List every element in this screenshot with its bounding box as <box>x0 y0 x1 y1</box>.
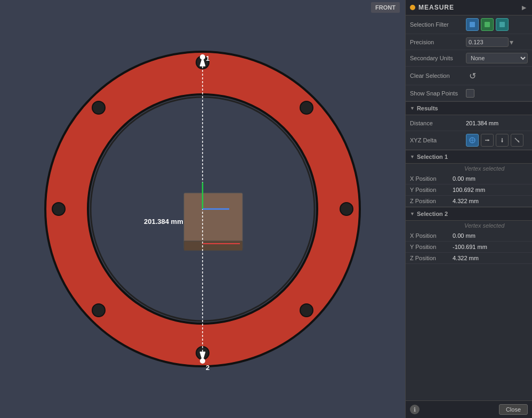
results-arrow: ▼ <box>410 106 415 111</box>
clear-selection-button[interactable]: ↺ <box>466 69 479 82</box>
xyz-delta-buttons <box>466 134 523 147</box>
svg-point-4 <box>300 101 313 114</box>
precision-label: Precision <box>410 39 466 45</box>
svg-rect-11 <box>184 193 243 249</box>
secondary-units-select[interactable]: None mm cm in <box>466 53 528 63</box>
selection1-y-label: Y Position <box>410 187 453 193</box>
selection2-section-label: Selection 2 <box>417 211 448 217</box>
svg-rect-24 <box>485 22 490 27</box>
svg-marker-30 <box>488 139 489 141</box>
selection1-x-row: X Position 0.00 mm <box>406 173 532 184</box>
snap-points-checkbox[interactable] <box>466 89 474 98</box>
selection1-section-header: ▼ Selection 1 <box>406 150 532 164</box>
selection2-z-row: Z Position 4.322 mm <box>406 253 532 264</box>
view-label: FRONT <box>371 2 400 13</box>
xyz-delta-btn-z[interactable] <box>511 134 523 147</box>
precision-input[interactable] <box>466 37 509 47</box>
selection2-section-header: ▼ Selection 2 <box>406 207 532 221</box>
filter-btn-2[interactable] <box>481 18 494 31</box>
svg-rect-23 <box>470 22 475 27</box>
clear-selection-label: Clear Selection <box>410 73 466 79</box>
selection2-x-label: X Position <box>410 232 453 239</box>
ring-geometry: 1 2 <box>27 33 378 385</box>
xyz-delta-label: XYZ Delta <box>410 137 466 143</box>
svg-point-19 <box>200 358 205 364</box>
selection-filter-row: Selection Filter <box>406 15 532 34</box>
selection2-vertex-label: Vertex selected <box>406 221 532 230</box>
panel-status-dot <box>410 5 415 10</box>
selection2-z-label: Z Position <box>410 255 453 261</box>
secondary-units-label: Secondary Units <box>410 55 466 61</box>
svg-point-9 <box>52 203 65 215</box>
xyz-delta-btn-y[interactable] <box>496 134 509 147</box>
selection1-y-row: Y Position 100.692 mm <box>406 184 532 196</box>
selection1-section-label: Selection 1 <box>417 154 448 160</box>
selection-filter-label: Selection Filter <box>410 21 466 28</box>
filter-btn-3[interactable] <box>496 18 509 31</box>
selection2-y-row: Y Position -100.691 mm <box>406 242 532 253</box>
results-section-header: ▼ Results <box>406 101 532 115</box>
selection2-z-value: 4.322 mm <box>453 255 479 261</box>
selection2-x-row: X Position 0.00 mm <box>406 230 532 242</box>
close-button[interactable]: Close <box>499 404 528 415</box>
results-section-label: Results <box>417 105 438 111</box>
show-snap-points-label: Show Snap Points <box>410 90 466 97</box>
panel-expand-icon[interactable]: ► <box>520 3 528 12</box>
svg-rect-12 <box>184 241 243 251</box>
svg-rect-25 <box>499 22 505 27</box>
svg-point-10 <box>92 101 105 114</box>
selection1-arrow: ▼ <box>410 154 415 159</box>
selection1-y-value: 100.692 mm <box>453 187 485 193</box>
info-icon[interactable]: ℹ <box>410 405 420 414</box>
3d-viewport[interactable]: FRONT 1 2 <box>0 0 405 418</box>
panel-header: MEASURE ► <box>406 0 532 15</box>
panel-footer: ℹ Close <box>406 400 532 418</box>
xyz-delta-btn-circle[interactable] <box>466 134 479 147</box>
svg-text:1: 1 <box>206 54 209 62</box>
svg-point-8 <box>92 304 105 317</box>
svg-text:2: 2 <box>206 364 209 372</box>
selection1-z-label: Z Position <box>410 198 453 204</box>
svg-marker-32 <box>501 141 503 142</box>
selection2-arrow: ▼ <box>410 211 415 216</box>
distance-label: Distance <box>410 120 466 126</box>
xyz-delta-row: XYZ Delta <box>406 131 532 150</box>
filter-btn-1[interactable] <box>466 18 479 31</box>
distance-row: Distance 201.384 mm <box>406 115 532 131</box>
selection2-x-value: 0.00 mm <box>453 232 475 239</box>
selection2-y-label: Y Position <box>410 244 453 250</box>
selection1-x-value: 0.00 mm <box>453 175 475 182</box>
panel-title-row: MEASURE <box>410 4 454 11</box>
selection2-y-value: -100.691 mm <box>453 244 487 250</box>
precision-row: Precision ▾ <box>406 34 532 50</box>
clear-selection-row: Clear Selection ↺ <box>406 67 532 85</box>
precision-dropdown-icon[interactable]: ▾ <box>510 38 513 46</box>
distance-value: 201.384 mm <box>466 120 498 126</box>
secondary-units-row: Secondary Units None mm cm in <box>406 50 532 67</box>
selection-filter-buttons <box>466 18 509 31</box>
svg-point-18 <box>200 54 205 60</box>
svg-point-5 <box>340 203 353 215</box>
xyz-delta-btn-x[interactable] <box>481 134 494 147</box>
show-snap-points-row: Show Snap Points <box>406 85 532 101</box>
svg-point-6 <box>300 304 313 317</box>
selection1-z-row: Z Position 4.322 mm <box>406 196 532 207</box>
panel-title: MEASURE <box>418 4 454 11</box>
selection1-vertex-label: Vertex selected <box>406 164 532 173</box>
selection1-z-value: 4.322 mm <box>453 198 479 204</box>
measure-panel: MEASURE ► Selection Filter Precision ▾ S… <box>405 0 532 418</box>
selection1-x-label: X Position <box>410 175 453 182</box>
